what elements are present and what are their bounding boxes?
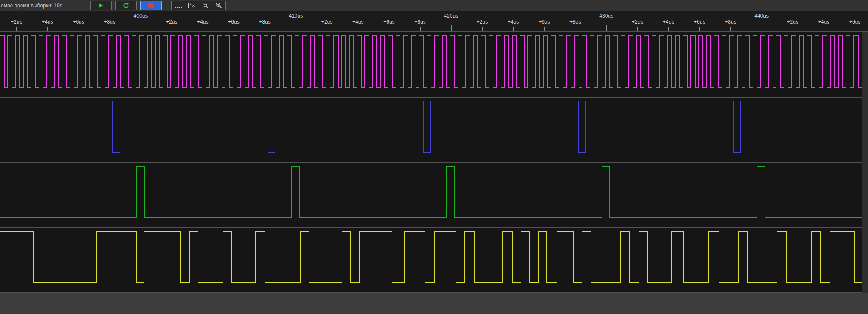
selection-box-icon (175, 3, 182, 8)
bottom-panel (0, 293, 868, 314)
ruler-tick-label: +2us (321, 19, 332, 25)
stop-capture-button[interactable] (140, 1, 162, 10)
loop-icon (123, 3, 129, 9)
channel-2-waveform (0, 166, 862, 218)
ruler-tick-label: 430us (599, 13, 613, 19)
view-tools-group (171, 1, 226, 10)
ruler-tick-mark (47, 27, 48, 31)
ruler-tick-mark (699, 27, 700, 31)
ruler-tick-mark (824, 27, 824, 31)
ruler-tick-label: +6us (539, 19, 550, 25)
channel-1-waveform (0, 101, 862, 152)
ruler-tick-label: +6us (383, 19, 394, 25)
ruler-tick-label: 410us (289, 13, 303, 19)
ruler-tick-mark (855, 27, 855, 31)
channel-0-waveform (0, 36, 862, 87)
loop-capture-button[interactable] (115, 1, 137, 10)
channel-0-lane[interactable] (0, 32, 868, 98)
ruler-tick-mark (420, 27, 421, 31)
ruler-tick-mark (141, 25, 141, 31)
ruler-tick-mark (79, 27, 79, 31)
ruler-tick-mark (668, 27, 669, 31)
ruler-tick-label: +8us (414, 19, 425, 25)
ruler-tick-label: +2us (632, 19, 643, 25)
ruler-tick-label: 400us (134, 13, 148, 19)
stop-icon (148, 3, 154, 8)
ruler-tick-mark (451, 25, 452, 31)
ruler-tick-label: +6us (228, 19, 239, 25)
channel-3-waveform (0, 231, 862, 283)
ruler-tick-label: +6us (694, 19, 705, 25)
waveform-area (0, 32, 868, 293)
logic-analyzer-window: емое время выборки: 10s (0, 0, 868, 314)
ruler-tick-mark (296, 25, 296, 31)
ruler-tick-label: +4us (663, 19, 674, 25)
ruler-tick-label: +2us (477, 19, 488, 25)
ruler-tick-label: +4us (42, 19, 53, 25)
ruler-tick-mark (793, 27, 793, 31)
ruler-tick-label: +4us (818, 19, 829, 25)
ruler-tick-mark (203, 27, 203, 31)
image-icon (188, 3, 195, 8)
ruler-tick-label: +2us (11, 19, 22, 25)
ruler-tick-label: +4us (508, 19, 519, 25)
ruler-tick-label: +4us (352, 19, 363, 25)
ruler-tick-mark (16, 27, 17, 31)
ruler-tick-label: +2us (166, 19, 177, 25)
ruler-tick-label: +8us (569, 19, 581, 25)
ruler-tick-mark (513, 27, 514, 31)
channel-3-lane[interactable] (0, 228, 868, 293)
ruler-tick-label: +2us (787, 19, 798, 25)
ruler-tick-mark (637, 27, 638, 31)
select-region-button[interactable] (174, 2, 183, 9)
zoom-out-button[interactable] (200, 2, 210, 9)
ruler-tick-mark (110, 27, 110, 31)
ruler-tick-mark (265, 27, 265, 31)
export-image-button[interactable] (187, 2, 197, 9)
zoom-in-icon (215, 2, 222, 9)
toolbar: емое время выборки: 10s (0, 0, 868, 11)
channel-2-lane[interactable] (0, 163, 868, 228)
ruler-tick-mark (358, 27, 358, 31)
ruler-tick-label: +8us (725, 19, 736, 25)
ruler-tick-mark (389, 27, 389, 31)
ruler-tick-mark (762, 25, 762, 31)
ruler-tick-mark (172, 27, 172, 31)
ruler-tick-mark (606, 25, 607, 31)
vertical-scrollbar[interactable] (862, 32, 868, 293)
timeline-ruler[interactable]: +2us+4us+6us+8us400us+2us+4us+6us+8us410… (0, 11, 868, 32)
ruler-tick-mark (730, 27, 731, 31)
ruler-tick-mark (234, 27, 234, 31)
ruler-tick-mark (544, 27, 545, 31)
start-capture-button[interactable] (90, 1, 112, 10)
channel-1-lane[interactable] (0, 98, 868, 163)
play-icon (98, 3, 104, 8)
zoom-in-button[interactable] (214, 2, 223, 9)
ruler-tick-label: 420us (444, 13, 458, 19)
ruler-tick-label: +8us (259, 19, 271, 25)
ruler-tick-label: 440us (754, 13, 769, 19)
ruler-tick-mark (482, 27, 483, 31)
ruler-tick-mark (327, 27, 327, 31)
zoom-out-icon (202, 2, 209, 9)
ruler-tick-mark (576, 27, 576, 31)
ruler-tick-label: +8us (104, 19, 115, 25)
sampling-time-label: емое время выборки: 10s (0, 3, 79, 9)
ruler-tick-label: +6us (849, 19, 860, 25)
ruler-tick-label: +4us (197, 19, 208, 25)
ruler-tick-label: +6us (73, 19, 84, 25)
